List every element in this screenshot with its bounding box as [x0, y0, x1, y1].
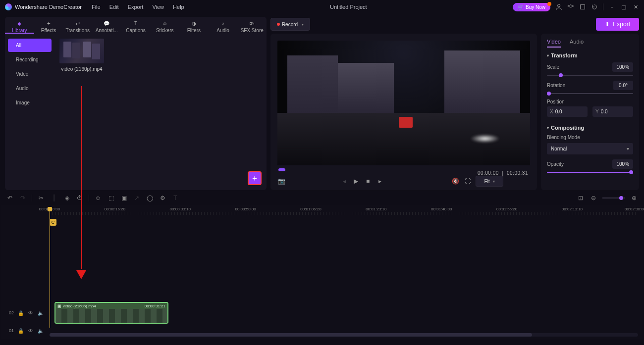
opacity-value[interactable]: 100% [612, 159, 633, 169]
tab-effects[interactable]: ✦Effects [34, 19, 63, 34]
tab-captions[interactable]: TCaptions [121, 19, 151, 34]
crop-button[interactable]: ✂ [37, 194, 45, 202]
snapshot-button[interactable]: 📷 [277, 177, 285, 185]
ruler-tick: 00:01:40:00 [431, 207, 452, 211]
media-thumbnail[interactable]: video (2160p).mp4 [59, 39, 104, 72]
export-label: Export [613, 21, 630, 28]
position-x-input[interactable]: X0.0 [547, 106, 588, 117]
scrollbar-thumb[interactable] [50, 333, 532, 337]
group-button[interactable]: ⬚ [107, 194, 115, 202]
tab-audio[interactable]: ♪Audio [209, 19, 238, 34]
mute-icon[interactable]: 🔈 [38, 310, 44, 316]
lock-icon[interactable]: 🔒 [18, 328, 24, 334]
menu-file[interactable]: File [92, 4, 101, 10]
tab-stickers[interactable]: ☺Stickers [150, 19, 179, 34]
import-media-button[interactable]: ＋ [248, 171, 262, 185]
face-button[interactable]: ☺ [94, 194, 102, 202]
play-button[interactable]: ▶ [352, 177, 360, 185]
tab-label: Library [12, 28, 27, 33]
zoom-slider[interactable] [602, 197, 625, 198]
fit-label: Fit [484, 179, 489, 184]
maximize-button[interactable]: ▢ [620, 3, 627, 10]
pip-button[interactable]: ▣ [120, 194, 128, 202]
next-frame-button[interactable]: ▸ [376, 177, 384, 185]
scale-slider[interactable] [547, 75, 633, 76]
save-icon[interactable] [579, 3, 586, 10]
lib-cat-image[interactable]: Image [8, 96, 52, 109]
account-icon[interactable] [555, 3, 562, 10]
zoom-fit-select[interactable]: Fit▾ [476, 176, 503, 187]
mute-icon[interactable]: 🔈 [38, 328, 44, 334]
history-icon[interactable] [591, 3, 598, 10]
prev-frame-button[interactable]: ◂ [340, 177, 348, 185]
tab-transitions[interactable]: ⇄Transitions [63, 19, 92, 34]
volume-button[interactable]: 🔇 [452, 177, 460, 185]
lib-cat-all[interactable]: All [8, 39, 52, 52]
buy-now-button[interactable]: 🛒 Buy Now [513, 3, 550, 11]
ruler-tick: 00:00:16:20 [105, 207, 125, 211]
tab-filters[interactable]: ◑Filters [179, 19, 209, 34]
opacity-label: Opacity [547, 161, 564, 167]
rotation-value[interactable]: 0.0° [613, 81, 633, 90]
graduation-icon[interactable] [567, 3, 574, 10]
timeline-clip[interactable]: ▣ video (2160p).mp4 00:00:31:21 [54, 302, 168, 324]
library-sidebar: All Recording Video Audio Image [5, 34, 54, 190]
clip-frames [55, 309, 167, 323]
timeline-scrollbar[interactable] [50, 333, 638, 337]
zoom-in-button[interactable]: ⊕ [630, 194, 638, 202]
close-button[interactable]: ✕ [632, 3, 639, 10]
prop-tab-audio[interactable]: Audio [570, 39, 584, 48]
cursor-button[interactable]: ↗ [133, 194, 141, 202]
adjust-button[interactable]: ⚙ [159, 194, 166, 202]
undo-button[interactable]: ↶ [6, 194, 14, 202]
menu-export[interactable]: Export [128, 4, 144, 10]
clip-name: video (2160p).mp4 [61, 304, 145, 308]
section-transform[interactable]: Transform [547, 52, 633, 58]
track-02: 02 🔒 👁 🔈 ▣ video (2160p).mp4 00:00:31:21 [6, 302, 638, 324]
lib-cat-video[interactable]: Video [8, 67, 52, 81]
tab-library[interactable]: ◆Library [5, 19, 34, 34]
opacity-slider[interactable] [547, 172, 633, 173]
fullscreen-button[interactable]: ⛶ [464, 177, 472, 185]
ruler-tick: 00:01:56:20 [496, 207, 517, 211]
redo-button[interactable]: ↷ [19, 194, 27, 202]
menu-help[interactable]: Help [173, 4, 184, 10]
tab-annotations[interactable]: 💬Annotati... [92, 19, 121, 34]
track-number: 02 [9, 310, 14, 315]
scrub-handle[interactable] [278, 168, 285, 171]
blend-mode-select[interactable]: Normal▾ [547, 143, 633, 154]
marker-c[interactable]: C [50, 219, 56, 226]
position-y-input[interactable]: Y0.0 [592, 106, 633, 117]
visibility-icon[interactable]: 👁 [28, 328, 34, 334]
text-button[interactable]: T [171, 194, 179, 202]
tab-sfx[interactable]: 🛍SFX Store [237, 19, 267, 34]
preview-viewport[interactable] [277, 41, 530, 165]
stop-button[interactable]: ■ [364, 177, 372, 185]
svg-rect-1 [581, 5, 585, 9]
preview-time: 00:00:00 | 00:00:31 [478, 170, 528, 176]
circle-button[interactable]: ◯ [146, 194, 154, 202]
fit-timeline-button[interactable]: ⊡ [577, 194, 585, 202]
lock-icon[interactable]: 🔒 [18, 310, 24, 316]
chevron-down-icon: ▾ [627, 146, 629, 151]
lib-cat-audio[interactable]: Audio [8, 82, 52, 95]
tab-label: Transitions [65, 28, 90, 33]
visibility-icon[interactable]: 👁 [28, 310, 34, 316]
menu-view[interactable]: View [152, 4, 164, 10]
ruler-tick: 00:00:50:00 [235, 207, 256, 211]
rotation-slider[interactable] [547, 93, 633, 94]
menu-edit[interactable]: Edit [109, 4, 119, 10]
section-compositing[interactable]: Compositing [547, 125, 633, 131]
speed-button[interactable]: ⏱ [76, 194, 84, 202]
record-button[interactable]: Record ▾ [270, 18, 310, 31]
lib-cat-recording[interactable]: Recording [8, 53, 52, 66]
zoom-out-button[interactable]: ⊖ [590, 194, 597, 202]
scale-value[interactable]: 100% [612, 62, 633, 72]
marker-button[interactable]: ◈ [63, 194, 71, 202]
split-button[interactable]: ⎮ [50, 194, 58, 202]
prop-tab-video[interactable]: Video [547, 39, 561, 48]
export-button[interactable]: ⬆ Export [596, 18, 639, 31]
minimize-button[interactable]: － [608, 3, 615, 10]
app-name: Wondershare DemoCreator [15, 4, 82, 10]
toolbar-row: ◆Library ✦Effects ⇄Transitions 💬Annotati… [0, 14, 644, 34]
